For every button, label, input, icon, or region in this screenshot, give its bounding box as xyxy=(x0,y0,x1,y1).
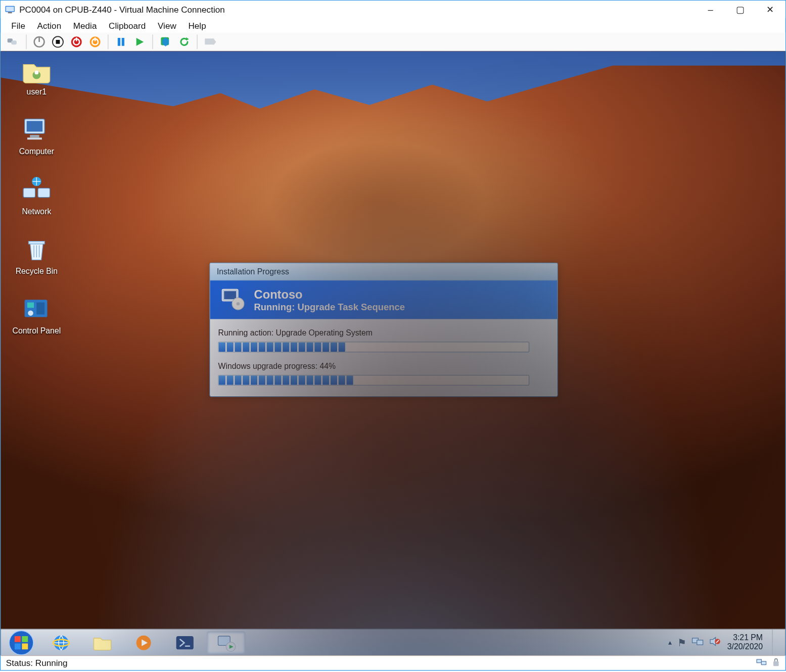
upgrade-progress-bar xyxy=(218,375,530,386)
svg-marker-51 xyxy=(710,638,716,646)
computer-icon xyxy=(21,115,53,145)
taskbar-powershell[interactable] xyxy=(166,631,204,654)
taskbar-mediaplayer[interactable] xyxy=(124,631,163,654)
taskbar-ie[interactable] xyxy=(42,631,80,654)
banner-title: Contoso xyxy=(254,287,405,302)
controlpanel-icon xyxy=(21,295,53,324)
pause-icon[interactable] xyxy=(112,33,129,50)
tray-volume-muted-icon[interactable] xyxy=(709,636,721,649)
svg-rect-54 xyxy=(757,659,761,663)
desktop-icon-label: Computer xyxy=(19,147,54,156)
network-icon xyxy=(21,175,53,204)
desktop-icon-controlpanel[interactable]: Control Panel xyxy=(9,295,65,336)
desktop-icon-network[interactable]: Network xyxy=(9,175,65,216)
svg-rect-16 xyxy=(122,37,124,45)
dialog-banner: Contoso Running: Upgrade Task Sequence xyxy=(210,280,558,319)
turnoff-icon[interactable] xyxy=(31,33,48,50)
app-icon xyxy=(5,4,15,15)
statusbar-nic-icon xyxy=(756,657,767,668)
start-icon[interactable] xyxy=(131,33,148,50)
checkpoint-icon[interactable] xyxy=(157,33,174,50)
share-icon[interactable] xyxy=(202,33,219,50)
dialog-title[interactable]: Installation Progress xyxy=(210,263,558,280)
svg-rect-55 xyxy=(761,661,766,665)
statusbar-text: Status: Running xyxy=(6,658,68,668)
menu-file[interactable]: File xyxy=(6,20,31,31)
titlebar: PC0004 on CPUB-Z440 - Virtual Machine Co… xyxy=(1,1,785,18)
svg-rect-33 xyxy=(36,303,44,315)
upgrade-label: Windows upgrade progress: 44% xyxy=(218,362,549,371)
installation-progress-dialog: Installation Progress Contoso Running: U… xyxy=(209,263,558,397)
svg-marker-19 xyxy=(186,37,189,40)
svg-rect-8 xyxy=(56,39,60,43)
revert-icon[interactable] xyxy=(175,33,193,50)
svg-rect-2 xyxy=(8,12,12,14)
taskbar-explorer[interactable] xyxy=(83,631,121,654)
svg-rect-4 xyxy=(11,40,17,44)
tray-icons: ▴ ⚑ xyxy=(668,636,721,649)
svg-marker-21 xyxy=(213,38,216,45)
statusbar: Status: Running xyxy=(1,655,785,670)
computer-cd-icon xyxy=(219,285,246,314)
svg-point-38 xyxy=(237,302,240,306)
taskbar-clock[interactable]: 3:21 PM 3/20/2020 xyxy=(727,633,763,651)
menu-help[interactable]: Help xyxy=(183,20,211,31)
desktop-icon-user1[interactable]: user1 xyxy=(9,55,65,97)
desktop-icon-label: Recycle Bin xyxy=(16,267,58,276)
recyclebin-icon xyxy=(21,234,53,264)
svg-rect-15 xyxy=(118,37,120,45)
svg-rect-27 xyxy=(27,137,42,139)
desktop-icons: user1 Computer Network Recycle Bin xyxy=(9,55,65,335)
shutdown-icon[interactable] xyxy=(49,33,66,50)
menu-media[interactable]: Media xyxy=(68,20,102,31)
reset-icon[interactable] xyxy=(68,33,85,50)
action-progress-bar xyxy=(218,342,530,352)
svg-rect-32 xyxy=(27,303,34,308)
start-button[interactable] xyxy=(4,629,39,655)
power-icon[interactable] xyxy=(86,33,104,50)
desktop-icon-computer[interactable]: Computer xyxy=(9,115,65,157)
taskbar-date: 3/20/2020 xyxy=(727,643,763,652)
close-button[interactable]: ✕ xyxy=(756,1,785,18)
banner-sub: Running: Upgrade Task Sequence xyxy=(254,302,405,312)
menubar: File Action Media Clipboard View Help xyxy=(1,18,785,33)
toolbar xyxy=(1,32,785,51)
statusbar-lock-icon xyxy=(772,657,780,668)
svg-rect-36 xyxy=(224,291,236,299)
folder-user-icon xyxy=(21,55,53,84)
svg-rect-25 xyxy=(27,121,43,131)
svg-rect-29 xyxy=(38,188,50,197)
maximize-button[interactable]: ▢ xyxy=(725,1,755,18)
guest-desktop[interactable]: user1 Computer Network Recycle Bin xyxy=(1,51,785,655)
tray-actioncenter-icon[interactable]: ⚑ xyxy=(677,637,686,649)
svg-rect-56 xyxy=(773,661,779,666)
svg-rect-1 xyxy=(6,7,14,11)
tray-up-icon[interactable]: ▴ xyxy=(668,638,672,647)
taskbar-tasksequence[interactable] xyxy=(207,631,245,654)
desktop-icon-label: user1 xyxy=(27,87,47,96)
svg-marker-17 xyxy=(136,37,144,45)
desktop-icon-recyclebin[interactable]: Recycle Bin xyxy=(9,234,65,276)
svg-rect-28 xyxy=(23,188,35,197)
menu-view[interactable]: View xyxy=(152,20,181,31)
minimize-button[interactable]: – xyxy=(696,1,725,18)
svg-rect-26 xyxy=(30,135,39,137)
desktop-icon-label: Network xyxy=(22,207,51,216)
tray-network-icon[interactable] xyxy=(691,636,704,649)
ctrl-alt-del-icon[interactable] xyxy=(5,33,22,50)
menu-clipboard[interactable]: Clipboard xyxy=(104,20,151,31)
show-desktop-button[interactable] xyxy=(772,629,778,655)
svg-rect-20 xyxy=(205,38,214,44)
svg-point-23 xyxy=(34,70,38,74)
window-title: PC0004 on CPUB-Z440 - Virtual Machine Co… xyxy=(19,5,225,15)
svg-rect-50 xyxy=(697,640,703,645)
svg-point-34 xyxy=(28,310,33,316)
menu-action[interactable]: Action xyxy=(32,20,67,31)
vm-window: PC0004 on CPUB-Z440 - Virtual Machine Co… xyxy=(0,0,786,670)
desktop-icon-label: Control Panel xyxy=(13,326,61,335)
action-label: Running action: Upgrade Operating System xyxy=(218,328,549,338)
taskbar: ▴ ⚑ 3:21 PM 3/20/2020 xyxy=(1,629,785,656)
taskbar-time: 3:21 PM xyxy=(727,633,763,642)
